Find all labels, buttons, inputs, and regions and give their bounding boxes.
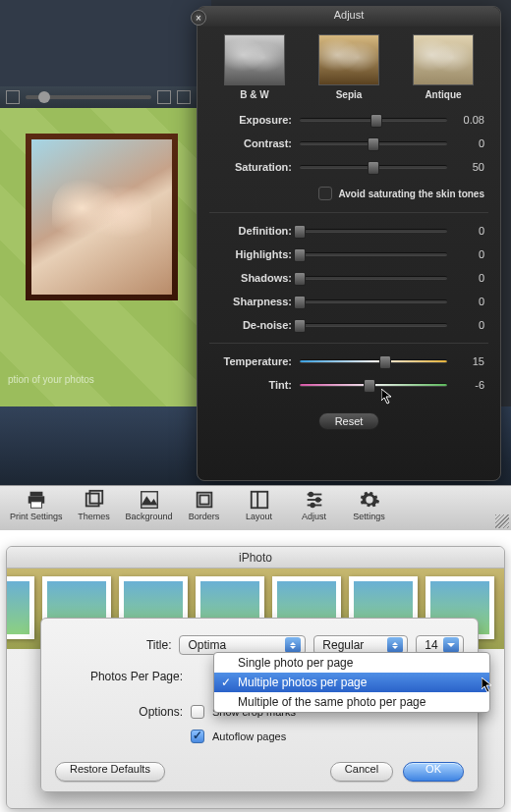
preset-bw[interactable]: B & W (224, 34, 285, 100)
printer-icon (26, 489, 47, 511)
slider-label: Contrast: (213, 137, 292, 149)
slider-label: Shadows: (213, 272, 292, 284)
preset-row: B & W Sepia Antique (198, 27, 500, 104)
zoom-slider[interactable] (26, 95, 151, 99)
toolbar-label: Background (126, 512, 173, 521)
crop-marks-checkbox[interactable] (191, 705, 204, 719)
slider-knob[interactable] (370, 114, 382, 128)
background-icon (139, 489, 160, 511)
panel-title-text: Adjust (334, 9, 365, 21)
toolbar-item-background[interactable]: Background (122, 489, 177, 530)
preset-thumb (413, 34, 474, 85)
slider-track[interactable] (300, 229, 447, 233)
svg-rect-9 (251, 492, 267, 509)
photos-per-page-dropdown[interactable]: Single photo per pageMultiple photos per… (213, 652, 490, 713)
restore-defaults-button[interactable]: Restore Defaults (55, 762, 165, 782)
slider-label: De-noise: (213, 319, 292, 331)
preset-label: B & W (224, 89, 285, 100)
slider-knob[interactable] (368, 161, 379, 175)
slider-row: Exposure:0.08 (213, 108, 484, 132)
reset-button[interactable]: Reset (318, 412, 380, 430)
slider-value: -6 (455, 379, 484, 391)
caption-text: ption of your photos (8, 374, 94, 385)
toolbar-label: Settings (346, 512, 393, 521)
canvas-toolbar (0, 86, 197, 108)
slider-row: Temperature:15 (213, 350, 484, 373)
slider-value: 0 (455, 296, 484, 307)
slider-track[interactable] (300, 359, 447, 363)
slider-label: Temperature: (213, 355, 292, 367)
slider-knob[interactable] (294, 225, 306, 239)
slider-label: Definition: (213, 225, 292, 237)
slider-track[interactable] (300, 276, 447, 280)
editor-canvas: ption of your photos (0, 0, 211, 406)
slider-knob[interactable] (294, 272, 306, 286)
iphoto-window: iPhoto Title: Optima Regular 14 (6, 546, 505, 809)
close-icon[interactable]: × (191, 10, 206, 26)
photo-icon[interactable] (157, 90, 171, 104)
cancel-button[interactable]: Cancel (330, 762, 393, 782)
slider-knob[interactable] (364, 379, 375, 393)
toolbar-item-print-settings[interactable]: Print Settings (6, 489, 67, 530)
svg-rect-1 (29, 492, 42, 497)
hand-icon[interactable] (177, 90, 191, 104)
options-label: Options: (55, 705, 183, 719)
slider-track[interactable] (300, 299, 447, 303)
slider-value: 0 (455, 137, 484, 149)
slider-knob[interactable] (379, 355, 391, 369)
slider-value: 50 (455, 161, 484, 173)
tool-icon[interactable] (6, 90, 20, 104)
svg-rect-3 (30, 502, 41, 508)
toolbar-item-borders[interactable]: Borders (177, 489, 232, 530)
slider-label: Exposure: (213, 114, 292, 126)
slider-track[interactable] (300, 252, 447, 256)
slider-knob[interactable] (294, 319, 306, 333)
layout-icon (249, 489, 270, 511)
preset-thumb (224, 34, 285, 85)
themes-icon (84, 489, 105, 511)
slider-knob[interactable] (368, 137, 379, 151)
slider-label: Saturation: (213, 161, 292, 173)
slider-track[interactable] (300, 118, 447, 122)
slider-track[interactable] (300, 323, 447, 327)
dropdown-item[interactable]: Single photo per page (214, 653, 489, 673)
toolbar-item-themes[interactable]: Themes (67, 489, 122, 530)
slider-row: Sharpness:0 (213, 290, 484, 313)
preset-label: Sepia (318, 89, 379, 100)
toolbar-item-adjust[interactable]: Adjust (287, 489, 342, 530)
photo-image (31, 139, 172, 295)
adjust-panel: × Adjust B & W Sepia Antique Exposure:0.… (197, 6, 501, 481)
slider-row: Definition:0 (213, 219, 484, 243)
slider-label: Sharpness: (213, 296, 292, 307)
preset-thumb (318, 34, 379, 85)
toolbar-item-settings[interactable]: Settings (342, 489, 397, 530)
slider-row: Saturation:50 (213, 155, 484, 179)
dropdown-item[interactable]: Multiple of the same photo per page (214, 692, 489, 712)
toolbar-label: Adjust (291, 512, 338, 521)
toolbar-label: Borders (181, 512, 228, 521)
autoflow-checkbox[interactable] (191, 730, 204, 743)
slider-track[interactable] (300, 165, 447, 169)
slider-knob[interactable] (294, 248, 306, 262)
slider-track[interactable] (300, 383, 447, 387)
slider-row: Highlights:0 (213, 243, 484, 266)
adjust-icon (304, 489, 325, 511)
preset-antique[interactable]: Antique (413, 34, 474, 100)
ok-button[interactable]: OK (403, 762, 464, 782)
preset-sepia[interactable]: Sepia (318, 34, 379, 100)
toolbar-item-layout[interactable]: Layout (232, 489, 287, 530)
slider-label: Tint: (213, 379, 292, 391)
font-size-value: 14 (425, 638, 437, 652)
svg-rect-8 (199, 495, 208, 504)
svg-point-16 (311, 504, 314, 508)
photo-frame[interactable] (26, 134, 178, 300)
slider-track[interactable] (300, 141, 447, 145)
window-title: iPhoto (7, 547, 504, 568)
avoid-skin-tones-checkbox[interactable] (318, 187, 332, 200)
slider-row: Contrast:0 (213, 132, 484, 155)
preset-label: Antique (413, 89, 474, 100)
svg-rect-6 (141, 492, 157, 509)
slider-knob[interactable] (294, 296, 306, 309)
dropdown-item[interactable]: Multiple photos per page (214, 673, 489, 692)
borders-icon (194, 489, 215, 511)
